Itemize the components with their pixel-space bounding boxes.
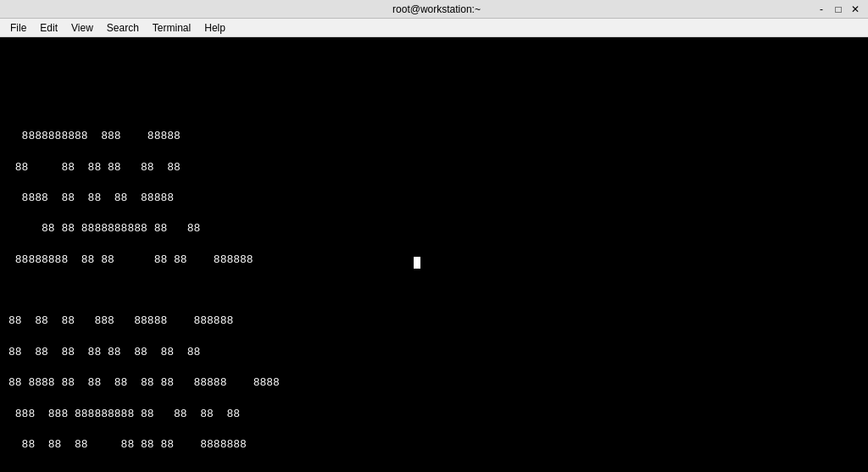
maximize-button[interactable]: □ — [832, 3, 844, 15]
menu-file[interactable]: File — [3, 20, 33, 36]
title-bar-title: root@workstation:~ — [58, 3, 815, 15]
window-controls: - □ ✕ — [815, 3, 861, 15]
menu-search[interactable]: Search — [100, 20, 146, 36]
terminal-body[interactable]: 8888888888 888 88888 88 88 88 88 88 88 8… — [0, 37, 868, 472]
minimize-button[interactable]: - — [815, 3, 827, 15]
terminal-output: 8888888888 888 88888 88 88 88 88 88 88 8… — [8, 46, 860, 472]
title-bar: root@workstation:~ - □ ✕ — [0, 0, 868, 19]
menu-help[interactable]: Help — [198, 20, 232, 36]
menu-view[interactable]: View — [64, 20, 100, 36]
terminal-cursor — [414, 257, 420, 269]
menu-bar: File Edit View Search Terminal Help — [0, 19, 868, 37]
menu-edit[interactable]: Edit — [33, 20, 64, 36]
cursor-line — [414, 256, 420, 269]
menu-terminal[interactable]: Terminal — [146, 20, 198, 36]
close-button[interactable]: ✕ — [849, 3, 861, 15]
